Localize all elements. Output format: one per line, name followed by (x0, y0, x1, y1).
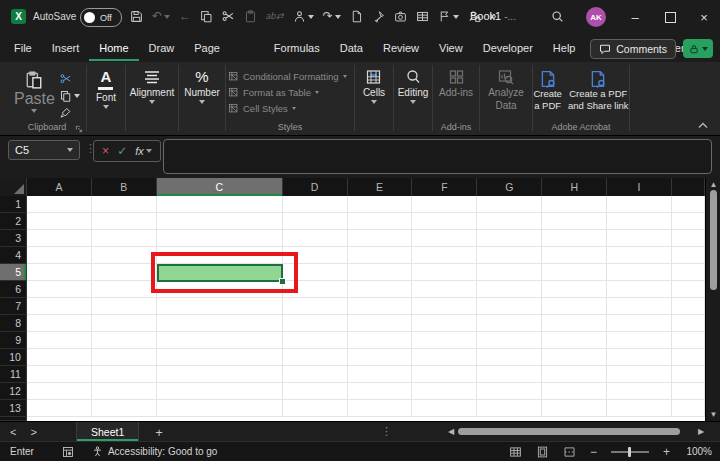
find-replace-icon[interactable]: ab⇄ (266, 10, 284, 23)
cell-I5[interactable] (607, 264, 672, 281)
select-all-corner[interactable] (0, 178, 27, 196)
cell-C8[interactable] (157, 315, 283, 332)
cell-partial-6[interactable] (672, 281, 705, 298)
cell-H2[interactable] (542, 213, 607, 230)
cell-H7[interactable] (542, 298, 607, 315)
column-header-B[interactable]: B (92, 178, 157, 196)
cell-B6[interactable] (92, 281, 157, 298)
create-pdf-share-link-button[interactable]: Create a PDF and Share link (568, 70, 629, 111)
cut-button[interactable] (60, 72, 80, 85)
conditional-formatting-button[interactable]: Conditional Formatting (228, 70, 347, 83)
cell-partial-2[interactable] (672, 213, 705, 230)
row-header-7[interactable]: 7 (0, 298, 27, 315)
normal-view-button[interactable] (509, 446, 522, 458)
cell-F10[interactable] (412, 349, 477, 366)
cell-F3[interactable] (412, 230, 477, 247)
scroll-left-icon[interactable]: ◀ (448, 427, 454, 436)
add-sheet-button[interactable]: + (150, 422, 168, 442)
cell-I2[interactable] (607, 213, 672, 230)
cell-H11[interactable] (542, 366, 607, 383)
cell-G1[interactable] (477, 196, 542, 213)
cell-I10[interactable] (607, 349, 672, 366)
autosave-toggle[interactable]: Off (80, 8, 122, 27)
scrollbar-grip-icon[interactable]: ⋮ (381, 425, 392, 438)
vertical-scroll-thumb[interactable] (710, 190, 717, 290)
column-header-H[interactable]: H (542, 178, 607, 196)
format-painter-button[interactable] (60, 106, 80, 119)
cell-H5[interactable] (542, 264, 607, 281)
scroll-down-icon[interactable]: ▼ (706, 410, 720, 419)
cell-C12[interactable] (157, 383, 283, 400)
cell-F5[interactable] (412, 264, 477, 281)
cell-A9[interactable] (27, 332, 92, 349)
enter-icon[interactable]: ✓ (117, 144, 127, 158)
cell-A4[interactable] (27, 247, 92, 264)
cell-F11[interactable] (412, 366, 477, 383)
cell-H8[interactable] (542, 315, 607, 332)
cell-E7[interactable] (348, 298, 413, 315)
cell-D11[interactable] (283, 366, 348, 383)
cell-D10[interactable] (283, 349, 348, 366)
cell-partial-5[interactable] (672, 264, 705, 281)
accessibility-status[interactable]: Accessibility: Good to go (92, 446, 218, 457)
cell-F12[interactable] (412, 383, 477, 400)
minimize-button[interactable]: – (618, 0, 652, 34)
redo-icon[interactable]: ↷ (323, 10, 341, 23)
page-layout-view-button[interactable] (536, 446, 549, 458)
cell-partial-3[interactable] (672, 230, 705, 247)
format-as-table-button[interactable]: Format as Table (228, 86, 347, 99)
cell-A13[interactable] (27, 400, 92, 417)
cell-I11[interactable] (607, 366, 672, 383)
row-header-11[interactable]: 11 (0, 366, 27, 383)
tab-view[interactable]: View (429, 35, 473, 61)
cell-C13[interactable] (157, 400, 283, 417)
save-icon[interactable] (130, 10, 143, 23)
cell-C3[interactable] (157, 230, 283, 247)
row-header-2[interactable]: 2 (0, 213, 27, 230)
cell-D7[interactable] (283, 298, 348, 315)
cell-H13[interactable] (542, 400, 607, 417)
cell-B7[interactable] (92, 298, 157, 315)
cell-F9[interactable] (412, 332, 477, 349)
cell-A10[interactable] (27, 349, 92, 366)
editing-button[interactable]: Editing (398, 67, 429, 104)
cell-B3[interactable] (92, 230, 157, 247)
cell-A3[interactable] (27, 230, 92, 247)
cell-A7[interactable] (27, 298, 92, 315)
collapse-ribbon-icon[interactable] (698, 122, 708, 129)
row-header-5[interactable]: 5 (0, 264, 27, 281)
cell-E1[interactable] (348, 196, 413, 213)
cell-G13[interactable] (477, 400, 542, 417)
cell-C9[interactable] (157, 332, 283, 349)
cell-A1[interactable] (27, 196, 92, 213)
cell-D3[interactable] (283, 230, 348, 247)
cell-I4[interactable] (607, 247, 672, 264)
column-header-F[interactable]: F (412, 178, 477, 196)
clipboard-dialog-launcher-icon[interactable] (75, 125, 83, 133)
cell-E4[interactable] (348, 247, 413, 264)
cell-I12[interactable] (607, 383, 672, 400)
cell-E5[interactable] (348, 264, 413, 281)
cell-partial-9[interactable] (672, 332, 705, 349)
cell-D13[interactable] (283, 400, 348, 417)
zoom-slider[interactable] (611, 447, 649, 457)
cell-I9[interactable] (607, 332, 672, 349)
cell-partial-12[interactable] (672, 383, 705, 400)
paste-button[interactable]: Paste (14, 71, 55, 119)
tab-data[interactable]: Data (330, 35, 373, 61)
undo-icon[interactable]: ↶ (152, 10, 170, 23)
row-header-8[interactable]: 8 (0, 315, 27, 332)
cell-E9[interactable] (348, 332, 413, 349)
cell-G10[interactable] (477, 349, 542, 366)
alignment-button[interactable]: Alignment (130, 67, 174, 104)
cell-partial-10[interactable] (672, 349, 705, 366)
cell-C2[interactable] (157, 213, 283, 230)
avatar[interactable]: AK (586, 7, 606, 27)
cell-A6[interactable] (27, 281, 92, 298)
back-icon[interactable]: ← (179, 10, 191, 23)
cell-E6[interactable] (348, 281, 413, 298)
cell-H6[interactable] (542, 281, 607, 298)
column-header-A[interactable]: A (27, 178, 92, 196)
cell-partial-13[interactable] (672, 400, 705, 417)
cell-I8[interactable] (607, 315, 672, 332)
